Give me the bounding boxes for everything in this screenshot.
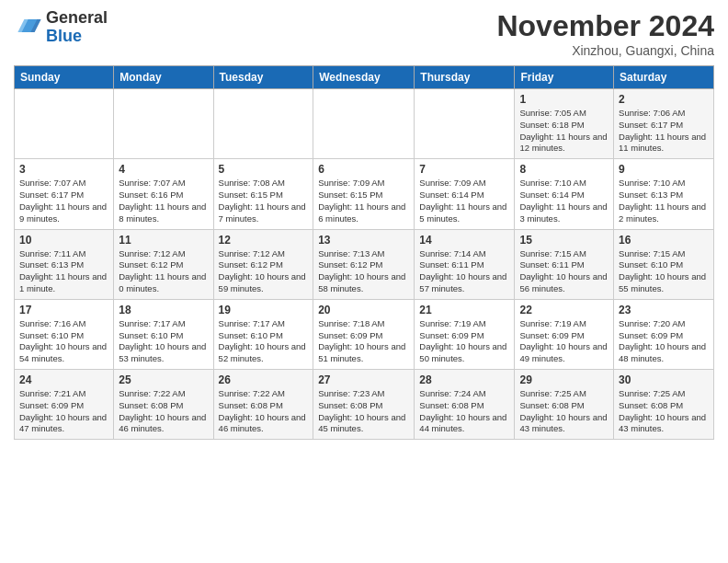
day-cell: 11Sunrise: 7:12 AMSunset: 6:12 PMDayligh…: [114, 229, 213, 299]
day-number: 28: [419, 373, 509, 386]
calendar-header: SundayMondayTuesdayWednesdayThursdayFrid…: [15, 66, 714, 89]
day-detail: Sunrise: 7:11 AMSunset: 6:13 PMDaylight:…: [19, 248, 107, 293]
day-detail: Sunrise: 7:15 AMSunset: 6:11 PMDaylight:…: [519, 248, 607, 293]
day-cell: 25Sunrise: 7:22 AMSunset: 6:08 PMDayligh…: [114, 370, 213, 440]
day-cell: 23Sunrise: 7:20 AMSunset: 6:09 PMDayligh…: [614, 299, 714, 369]
day-number: 5: [219, 163, 309, 176]
day-cell: 27Sunrise: 7:23 AMSunset: 6:08 PMDayligh…: [313, 370, 415, 440]
col-header-monday: Monday: [114, 66, 213, 89]
day-detail: Sunrise: 7:25 AMSunset: 6:08 PMDaylight:…: [519, 388, 607, 433]
week-row-5: 24Sunrise: 7:21 AMSunset: 6:09 PMDayligh…: [15, 370, 714, 440]
day-cell: 24Sunrise: 7:21 AMSunset: 6:09 PMDayligh…: [15, 370, 114, 440]
day-detail: Sunrise: 7:23 AMSunset: 6:08 PMDaylight:…: [318, 388, 405, 433]
day-detail: Sunrise: 7:09 AMSunset: 6:15 PMDaylight:…: [318, 178, 405, 223]
day-cell: 22Sunrise: 7:19 AMSunset: 6:09 PMDayligh…: [515, 299, 614, 369]
day-detail: Sunrise: 7:07 AMSunset: 6:16 PMDaylight:…: [119, 178, 206, 223]
day-detail: Sunrise: 7:15 AMSunset: 6:10 PMDaylight:…: [619, 248, 706, 293]
day-number: 27: [318, 373, 409, 386]
day-number: 30: [619, 373, 709, 386]
day-cell: 14Sunrise: 7:14 AMSunset: 6:11 PMDayligh…: [415, 229, 515, 299]
day-cell: 10Sunrise: 7:11 AMSunset: 6:13 PMDayligh…: [15, 229, 114, 299]
col-header-sunday: Sunday: [15, 66, 114, 89]
calendar-table: SundayMondayTuesdayWednesdayThursdayFrid…: [14, 65, 714, 440]
day-detail: Sunrise: 7:21 AMSunset: 6:09 PMDaylight:…: [19, 388, 107, 433]
day-number: 11: [119, 234, 208, 247]
day-cell: 9Sunrise: 7:10 AMSunset: 6:13 PMDaylight…: [614, 159, 714, 229]
day-number: 2: [619, 93, 709, 106]
day-detail: Sunrise: 7:18 AMSunset: 6:09 PMDaylight:…: [318, 318, 405, 363]
day-detail: Sunrise: 7:16 AMSunset: 6:10 PMDaylight:…: [19, 318, 107, 363]
col-header-tuesday: Tuesday: [213, 66, 313, 89]
day-number: 20: [318, 304, 409, 316]
day-cell: 12Sunrise: 7:12 AMSunset: 6:12 PMDayligh…: [213, 229, 313, 299]
day-cell: 19Sunrise: 7:17 AMSunset: 6:10 PMDayligh…: [213, 299, 313, 369]
week-row-3: 10Sunrise: 7:11 AMSunset: 6:13 PMDayligh…: [15, 229, 714, 299]
day-cell: [15, 89, 114, 159]
day-detail: Sunrise: 7:20 AMSunset: 6:09 PMDaylight:…: [619, 318, 706, 363]
day-detail: Sunrise: 7:10 AMSunset: 6:13 PMDaylight:…: [619, 178, 706, 223]
day-detail: Sunrise: 7:19 AMSunset: 6:09 PMDaylight:…: [519, 318, 607, 363]
week-row-2: 3Sunrise: 7:07 AMSunset: 6:17 PMDaylight…: [15, 159, 714, 229]
day-detail: Sunrise: 7:06 AMSunset: 6:17 PMDaylight:…: [619, 108, 706, 153]
day-detail: Sunrise: 7:07 AMSunset: 6:17 PMDaylight:…: [19, 178, 107, 223]
day-detail: Sunrise: 7:05 AMSunset: 6:18 PMDaylight:…: [519, 108, 607, 153]
title-block: November 2024 Xinzhou, Guangxi, China: [496, 9, 714, 58]
day-cell: 30Sunrise: 7:25 AMSunset: 6:08 PMDayligh…: [614, 370, 714, 440]
day-cell: 8Sunrise: 7:10 AMSunset: 6:14 PMDaylight…: [515, 159, 614, 229]
day-number: 8: [519, 163, 609, 176]
month-title: November 2024: [496, 9, 714, 43]
col-header-saturday: Saturday: [614, 66, 714, 89]
header-row: SundayMondayTuesdayWednesdayThursdayFrid…: [15, 66, 714, 89]
col-header-friday: Friday: [515, 66, 614, 89]
page: General Blue November 2024 Xinzhou, Guan…: [0, 0, 728, 563]
day-cell: [114, 89, 213, 159]
day-number: 1: [519, 93, 609, 106]
logo-icon: [17, 13, 42, 39]
day-detail: Sunrise: 7:08 AMSunset: 6:15 PMDaylight:…: [219, 178, 306, 223]
day-number: 19: [219, 304, 309, 316]
day-detail: Sunrise: 7:09 AMSunset: 6:14 PMDaylight:…: [419, 178, 506, 223]
day-cell: [313, 89, 415, 159]
day-cell: 3Sunrise: 7:07 AMSunset: 6:17 PMDaylight…: [15, 159, 114, 229]
day-number: 10: [19, 234, 108, 247]
day-number: 18: [119, 304, 208, 316]
location: Xinzhou, Guangxi, China: [496, 43, 714, 58]
day-detail: Sunrise: 7:22 AMSunset: 6:08 PMDaylight:…: [119, 388, 206, 433]
day-number: 4: [119, 163, 208, 176]
day-detail: Sunrise: 7:17 AMSunset: 6:10 PMDaylight:…: [119, 318, 206, 363]
day-detail: Sunrise: 7:14 AMSunset: 6:11 PMDaylight:…: [419, 248, 506, 293]
day-cell: 18Sunrise: 7:17 AMSunset: 6:10 PMDayligh…: [114, 299, 213, 369]
col-header-thursday: Thursday: [415, 66, 515, 89]
day-detail: Sunrise: 7:24 AMSunset: 6:08 PMDaylight:…: [419, 388, 506, 433]
day-cell: 4Sunrise: 7:07 AMSunset: 6:16 PMDaylight…: [114, 159, 213, 229]
day-detail: Sunrise: 7:10 AMSunset: 6:14 PMDaylight:…: [519, 178, 607, 223]
day-number: 13: [318, 234, 409, 247]
day-detail: Sunrise: 7:12 AMSunset: 6:12 PMDaylight:…: [119, 248, 206, 293]
day-number: 6: [318, 163, 409, 176]
day-detail: Sunrise: 7:22 AMSunset: 6:08 PMDaylight:…: [219, 388, 306, 433]
day-number: 23: [619, 304, 709, 316]
day-cell: 7Sunrise: 7:09 AMSunset: 6:14 PMDaylight…: [415, 159, 515, 229]
header: General Blue November 2024 Xinzhou, Guan…: [14, 9, 714, 58]
day-cell: 5Sunrise: 7:08 AMSunset: 6:15 PMDaylight…: [213, 159, 313, 229]
day-detail: Sunrise: 7:13 AMSunset: 6:12 PMDaylight:…: [318, 248, 405, 293]
day-number: 29: [519, 373, 609, 386]
day-number: 15: [519, 234, 609, 247]
day-cell: 20Sunrise: 7:18 AMSunset: 6:09 PMDayligh…: [313, 299, 415, 369]
day-cell: 1Sunrise: 7:05 AMSunset: 6:18 PMDaylight…: [515, 89, 614, 159]
day-cell: 29Sunrise: 7:25 AMSunset: 6:08 PMDayligh…: [515, 370, 614, 440]
col-header-wednesday: Wednesday: [313, 66, 415, 89]
day-number: 21: [419, 304, 509, 316]
day-number: 16: [619, 234, 709, 247]
day-cell: 13Sunrise: 7:13 AMSunset: 6:12 PMDayligh…: [313, 229, 415, 299]
day-cell: [213, 89, 313, 159]
day-cell: 15Sunrise: 7:15 AMSunset: 6:11 PMDayligh…: [515, 229, 614, 299]
logo-general-text: General: [46, 8, 108, 27]
day-cell: 17Sunrise: 7:16 AMSunset: 6:10 PMDayligh…: [15, 299, 114, 369]
day-number: 12: [219, 234, 309, 247]
day-cell: [415, 89, 515, 159]
day-number: 25: [119, 373, 208, 386]
day-number: 22: [519, 304, 609, 316]
week-row-4: 17Sunrise: 7:16 AMSunset: 6:10 PMDayligh…: [15, 299, 714, 369]
day-number: 9: [619, 163, 709, 176]
